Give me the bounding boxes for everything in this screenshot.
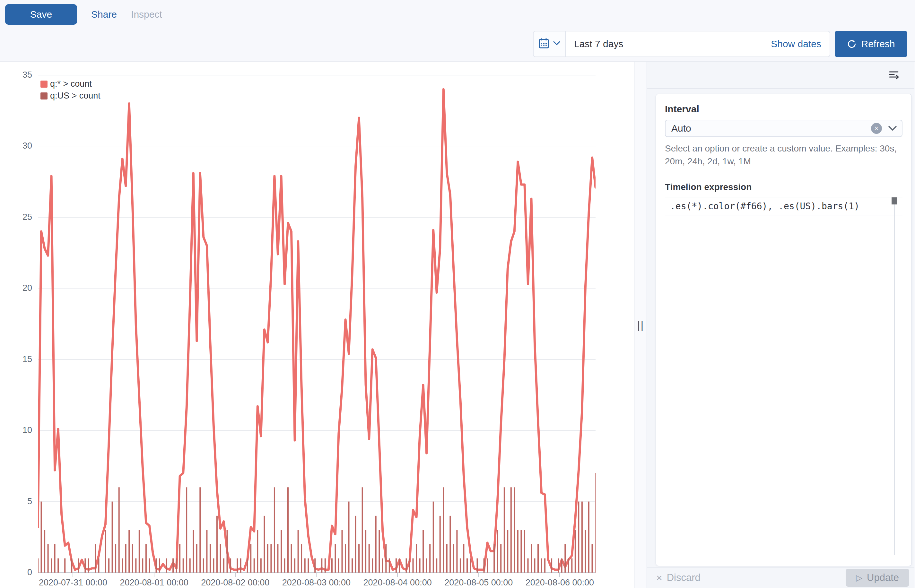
bar-q-us [338,559,339,573]
play-icon: ▷ [856,573,862,583]
bar-q-us [460,559,461,573]
toolbar-actions-row: Save Share Inspect [5,3,910,26]
bar-q-us [463,544,464,573]
bar-q-us [429,544,430,573]
bar-q-us [422,530,424,573]
expression-editor[interactable]: .es(*).color(#f66), .es(US).bars(1) [665,197,902,566]
bar-q-us [331,559,333,573]
discard-label: Discard [667,572,700,583]
bar-q-us [176,559,177,573]
collapse-panel-button[interactable] [888,69,900,81]
time-range-display[interactable]: Last 7 days [566,39,771,49]
bar-q-us [385,544,386,573]
bar-q-us [132,544,133,573]
bar-q-us [307,559,309,573]
bar-q-us [443,487,444,573]
bar-q-us [406,559,407,573]
bar-q-us [365,530,366,573]
panel-resizer-handle[interactable]: || [634,61,647,588]
bar-q-us [38,559,39,573]
bar-q-us [551,559,552,573]
y-axis-tick-label: 20 [3,283,32,293]
editor-scrollbar-thumb[interactable] [892,197,897,204]
bar-q-us [537,544,539,573]
bar-q-us [297,530,299,573]
bar-q-us [254,559,255,573]
inspect-button[interactable]: Inspect [131,9,162,20]
bar-q-us [294,559,295,573]
bar-q-us [210,544,211,573]
bar-q-us [149,559,150,573]
line-q-star [38,89,596,570]
bar-q-us [95,544,96,573]
bar-q-us [237,559,238,573]
bar-q-us [436,559,437,573]
show-dates-button[interactable]: Show dates [771,39,829,49]
calendar-dropdown-button[interactable] [533,31,566,57]
refresh-button[interactable]: Refresh [835,31,907,57]
bar-q-us [578,502,579,573]
bar-q-us [257,530,258,573]
x-axis-tick-mark [316,573,317,577]
bar-q-us [274,487,275,573]
y-axis-tick-label: 5 [3,496,32,506]
bar-q-us [206,530,207,573]
bar-q-us [203,559,204,573]
bar-q-us [358,544,360,573]
interval-combobox[interactable]: Auto × [665,120,902,137]
bar-q-us [84,559,86,573]
bar-q-us [118,487,120,573]
x-axis-tick-mark [73,573,73,577]
bar-q-us [172,559,174,573]
bar-q-us [125,544,126,573]
bar-q-us [507,530,508,573]
bar-q-us [304,559,306,573]
bar-q-us [156,559,157,573]
bar-q-us [500,544,501,573]
bar-q-us [483,559,485,573]
bar-q-us [511,487,512,573]
bar-q-us [220,544,221,573]
bar-q-us [240,559,241,573]
y-axis-tick-label: 0 [3,567,32,577]
timelion-chart[interactable]: q:* > countq:US > count 0510152025303520… [0,61,634,588]
bar-q-us [345,544,346,573]
bar-q-us [247,559,248,573]
kibana-timelion-editor: Save Share Inspect [0,0,915,588]
bar-q-us [267,544,268,573]
bar-q-us [264,516,265,573]
close-icon: × [656,572,662,584]
update-label: Update [867,572,899,583]
bar-q-us [64,559,66,573]
bar-q-us [456,530,457,573]
panel-footer: × Discard ▷ Update [647,567,914,588]
chevron-down-icon [553,41,560,47]
update-button[interactable]: ▷ Update [845,569,909,587]
bar-q-us [477,559,478,573]
x-axis-tick-mark [235,573,236,577]
save-button[interactable]: Save [5,4,77,25]
bar-q-us [487,559,488,573]
time-filter-row: Last 7 days Show dates Refresh [5,31,910,57]
bar-q-us [409,559,410,573]
clear-interval-button[interactable]: × [871,123,882,134]
x-axis-tick-mark [559,573,560,577]
bar-q-us [270,544,272,573]
bar-q-us [112,502,113,573]
calendar-icon [538,37,549,50]
editor-scrollbar-track [894,197,895,555]
bar-q-us [260,559,262,573]
bar-q-us [362,487,363,573]
bar-q-us [568,559,569,573]
bar-q-us [389,559,390,573]
plot-canvas[interactable] [38,75,596,573]
discard-button[interactable]: × Discard [656,572,700,584]
timelion-expression-label: Timelion expression [665,182,902,192]
expression-input[interactable]: .es(*).color(#f66), .es(US).bars(1) [665,197,902,215]
bar-q-us [561,559,563,573]
bar-q-us [527,559,529,573]
bar-q-us [564,544,566,573]
share-button[interactable]: Share [91,9,117,20]
bar-q-us [453,544,454,573]
bar-q-us [142,559,143,573]
